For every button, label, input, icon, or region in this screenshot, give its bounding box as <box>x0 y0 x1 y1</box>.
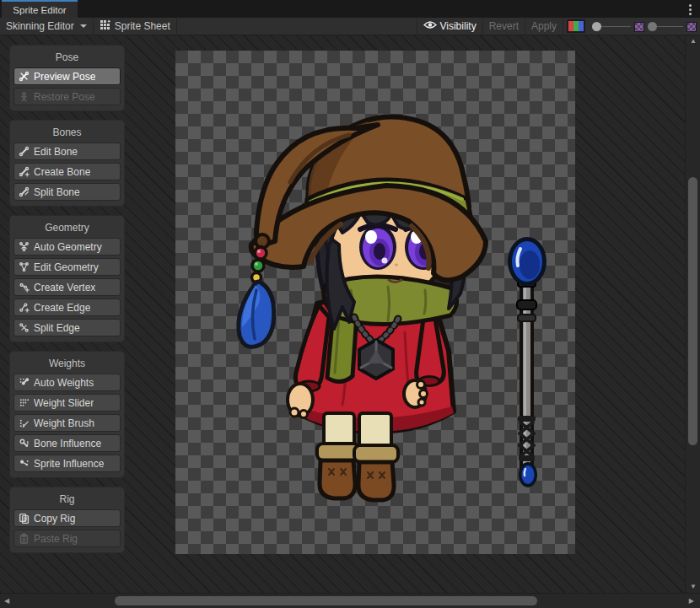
edit-bone-icon <box>19 146 30 157</box>
sprite-sheet-icon <box>100 19 111 34</box>
scroll-up-icon[interactable]: ▲ <box>690 38 697 45</box>
split-edge-icon <box>19 322 30 333</box>
weight-slider-icon <box>19 397 30 408</box>
tool-sidebar: PosePreview PoseRestore PoseBonesEdit Bo… <box>9 45 125 553</box>
preview-pose-button[interactable]: Preview Pose <box>13 67 121 85</box>
section-title: Weights <box>13 355 121 374</box>
bone-opacity-icon <box>634 22 644 32</box>
weight-brush-button[interactable]: Weight Brush <box>13 414 121 432</box>
revert-button[interactable]: Revert <box>483 18 525 35</box>
sprite-influence-button[interactable]: Sprite Influence <box>13 455 121 472</box>
section-geometry: GeometryAuto GeometryEdit GeometryCreate… <box>9 215 125 342</box>
sprite-editor-window: Sprite Editor Skinning Editor Sprite She… <box>0 0 700 608</box>
sprite-sheet-button[interactable]: Sprite Sheet <box>94 18 176 35</box>
button-label: Copy Rig <box>34 513 75 525</box>
apply-button[interactable]: Apply <box>525 18 563 35</box>
scroll-left-icon[interactable]: ◀ <box>4 598 9 605</box>
toolbar-separator <box>563 18 563 35</box>
eye-icon <box>423 20 437 32</box>
button-label: Restore Pose <box>34 91 95 103</box>
button-label: Edit Bone <box>34 146 78 158</box>
split-bone-button[interactable]: Split Bone <box>13 183 121 201</box>
character-sprite <box>175 51 575 554</box>
section-bones: BonesEdit BoneCreate BoneSplit Bone <box>9 120 125 207</box>
sprite-influence-icon <box>19 458 30 469</box>
scroll-down-icon[interactable]: ▼ <box>690 584 697 590</box>
restore-pose-button[interactable]: Restore Pose <box>13 88 121 105</box>
split-bone-icon <box>19 186 30 197</box>
auto-weights-icon <box>19 377 30 388</box>
edit-geometry-icon <box>19 261 30 272</box>
button-label: Bone Influence <box>34 438 101 449</box>
tab-strip: Sprite Editor <box>0 0 700 18</box>
button-label: Paste Rig <box>34 533 78 545</box>
paste-rig-button[interactable]: Paste Rig <box>13 530 121 547</box>
section-rig: RigCopy RigPaste Rig <box>9 487 125 553</box>
button-label: Weight Slider <box>34 397 94 409</box>
bone-influence-button[interactable]: Bone Influence <box>13 434 121 452</box>
toolbar-separator <box>176 18 177 35</box>
visibility-label: Visibility <box>440 20 477 32</box>
section-title: Pose <box>13 49 121 67</box>
slider-knob[interactable] <box>592 22 601 31</box>
section-weights: WeightsAuto WeightsWeight SliderWeight B… <box>9 351 125 478</box>
button-label: Sprite Influence <box>34 458 104 470</box>
workspace: PosePreview PoseRestore PoseBonesEdit Bo… <box>0 35 685 593</box>
sprite-color-swatch[interactable] <box>567 19 585 33</box>
slider-knob[interactable] <box>648 22 657 31</box>
weight-slider-button[interactable]: Weight Slider <box>13 394 121 412</box>
sprite-canvas[interactable] <box>175 51 575 554</box>
skinning-editor-dropdown[interactable]: Skinning Editor <box>0 18 93 35</box>
button-label: Create Vertex <box>34 282 95 293</box>
sprite-sheet-label: Sprite Sheet <box>115 20 170 32</box>
button-label: Edit Geometry <box>34 261 99 273</box>
section-title: Bones <box>13 124 121 143</box>
window-menu-icon[interactable] <box>685 3 695 16</box>
bone-influence-icon <box>19 438 30 449</box>
create-vertex-button[interactable]: Create Vertex <box>13 278 121 296</box>
scroll-right-icon[interactable]: ▶ <box>689 598 694 605</box>
button-label: Auto Weights <box>34 377 94 389</box>
button-label: Create Edge <box>34 302 90 314</box>
tab-sprite-editor[interactable]: Sprite Editor <box>2 0 78 18</box>
weight-brush-icon <box>19 417 30 428</box>
mesh-opacity-slider[interactable] <box>646 18 698 35</box>
split-edge-button[interactable]: Split Edge <box>13 319 121 336</box>
button-label: Create Bone <box>34 166 90 178</box>
create-bone-icon <box>19 166 30 177</box>
section-title: Geometry <box>13 219 121 238</box>
paste-rig-icon <box>19 533 30 544</box>
button-label: Auto Geometry <box>34 241 102 253</box>
create-bone-button[interactable]: Create Bone <box>13 163 121 180</box>
mesh-opacity-icon <box>687 22 697 32</box>
preview-pose-icon <box>19 71 30 82</box>
button-label: Preview Pose <box>34 71 95 83</box>
auto-geometry-button[interactable]: Auto Geometry <box>13 238 121 256</box>
create-edge-button[interactable]: Create Edge <box>13 299 121 316</box>
button-label: Split Bone <box>34 186 80 198</box>
mode-dropdown-label: Skinning Editor <box>6 20 74 32</box>
toolbar: Skinning Editor Sprite Sheet <box>0 18 700 35</box>
horizontal-scrollbar-thumb[interactable] <box>115 596 537 605</box>
auto-weights-button[interactable]: Auto Weights <box>13 374 121 391</box>
section-title: Rig <box>13 491 121 509</box>
copy-rig-icon <box>19 513 30 524</box>
tab-title: Sprite Editor <box>13 5 66 15</box>
vertical-scrollbar[interactable]: ▲ ▼ <box>685 35 700 593</box>
button-label: Weight Brush <box>34 417 94 429</box>
button-label: Split Edge <box>34 322 80 334</box>
auto-geometry-icon <box>19 241 30 252</box>
create-vertex-icon <box>19 282 30 293</box>
visibility-toggle[interactable]: Visibility <box>417 18 482 35</box>
horizontal-scrollbar[interactable]: ◀ ▶ <box>0 593 700 608</box>
copy-rig-button[interactable]: Copy Rig <box>13 509 121 527</box>
edit-bone-button[interactable]: Edit Bone <box>13 143 121 160</box>
create-edge-icon <box>19 302 30 313</box>
edit-geometry-button[interactable]: Edit Geometry <box>13 258 121 276</box>
vertical-scrollbar-thumb[interactable] <box>688 177 697 445</box>
restore-pose-icon <box>19 91 30 102</box>
section-pose: PosePreview PoseRestore Pose <box>9 45 125 111</box>
staff <box>508 237 547 487</box>
chevron-down-icon <box>80 24 87 28</box>
bone-opacity-slider[interactable] <box>590 18 646 35</box>
